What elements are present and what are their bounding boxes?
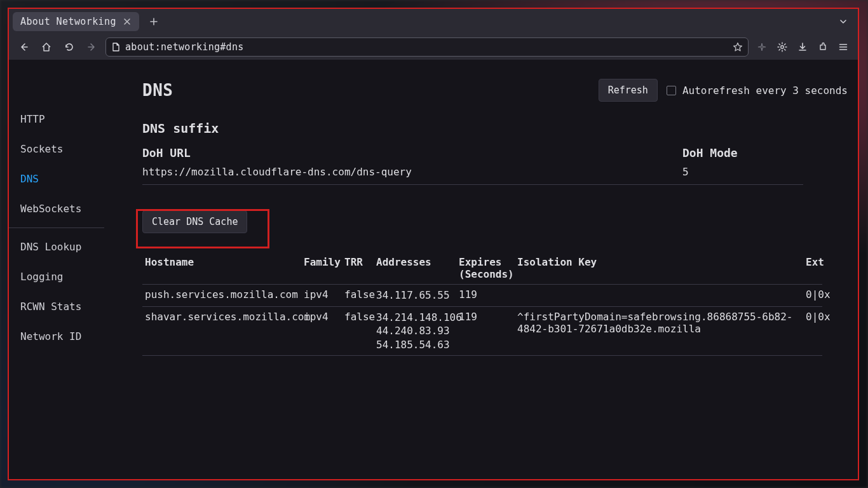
cell-addresses: 34.117.65.55	[374, 285, 456, 307]
forward-button[interactable]	[83, 37, 102, 57]
tab-strip: About Networking	[9, 9, 858, 34]
table-row: shavar.services.mozilla.com ipv4 false 3…	[142, 306, 822, 356]
sidebar-item-label: RCWN Stats	[20, 301, 81, 313]
url-text: about:networking#dns	[125, 41, 244, 53]
cell-ext: 0|0x	[803, 306, 822, 356]
cell-isolation	[515, 285, 803, 307]
annotation-highlight	[136, 209, 269, 248]
col-hostname: Hostname	[142, 252, 301, 285]
autorefresh-checkbox[interactable]: Autorefresh every 3 seconds	[667, 85, 848, 97]
plus-icon	[149, 17, 158, 26]
back-icon	[18, 42, 29, 52]
table-header-row: Hostname Family TRR Addresses Expires (S…	[142, 252, 822, 285]
extensions-button[interactable]	[813, 37, 832, 57]
table-row: push.services.mozilla.com ipv4 false 34.…	[142, 285, 822, 307]
sparkle-button[interactable]	[752, 37, 771, 57]
cell-hostname: push.services.mozilla.com	[142, 285, 301, 307]
cell-isolation: ^firstPartyDomain=safebrowsing.86868755-…	[515, 306, 803, 356]
new-tab-button[interactable]	[144, 12, 163, 31]
svg-point-0	[781, 46, 783, 48]
sidebar-item-label: Network ID	[20, 330, 81, 342]
star-icon	[733, 42, 743, 52]
cell-addresses: 34.214.148.106 44.240.83.93 54.185.54.63	[374, 306, 456, 356]
col-family: Family	[301, 252, 342, 285]
autorefresh-checkbox-input[interactable]	[667, 86, 676, 95]
cell-family: ipv4	[301, 306, 342, 356]
cell-hostname: shavar.services.mozilla.com	[142, 306, 301, 356]
refresh-button[interactable]: Refresh	[599, 79, 658, 102]
sidebar-item-rcwn-stats[interactable]: RCWN Stats	[9, 292, 117, 322]
sidebar-item-dns[interactable]: DNS	[9, 164, 117, 194]
cell-trr: false	[342, 306, 374, 356]
col-addresses: Addresses	[374, 252, 456, 285]
sidebar-item-dns-lookup[interactable]: DNS Lookup	[9, 232, 117, 262]
doh-url-value: https://mozilla.cloudflare-dns.com/dns-q…	[142, 166, 682, 178]
dns-table: Hostname Family TRR Addresses Expires (S…	[142, 252, 822, 356]
gear-icon	[777, 42, 787, 52]
col-isolation: Isolation Key	[515, 252, 803, 285]
bookmark-star-button[interactable]	[733, 42, 743, 52]
sidebar-item-label: HTTP	[20, 113, 45, 125]
sidebar-item-label: Logging	[20, 271, 63, 283]
cell-family: ipv4	[301, 285, 342, 307]
doh-info-row: DoH URL https://mozilla.cloudflare-dns.c…	[142, 146, 803, 185]
page-content: HTTP Sockets DNS WebSockets DNS Lookup L…	[9, 60, 858, 479]
cell-ext: 0|0x	[803, 285, 822, 307]
back-button[interactable]	[14, 37, 33, 57]
doh-mode-label: DoH Mode	[682, 146, 803, 159]
sidebar-item-http[interactable]: HTTP	[9, 104, 117, 134]
autorefresh-label: Autorefresh every 3 seconds	[682, 85, 848, 97]
nav-toolbar: about:networking#dns	[9, 34, 858, 60]
doh-url-label: DoH URL	[142, 146, 682, 159]
forward-icon	[87, 42, 97, 52]
sidebar: HTTP Sockets DNS WebSockets DNS Lookup L…	[9, 60, 117, 479]
sparkle-icon	[757, 42, 767, 52]
app-menu-button[interactable]	[834, 37, 853, 57]
page-title: DNS	[142, 81, 173, 100]
sidebar-item-label: DNS Lookup	[20, 241, 81, 253]
tab-title: About Networking	[20, 16, 116, 27]
dns-suffix-heading: DNS suffix	[142, 121, 858, 136]
download-icon	[797, 42, 808, 52]
col-trr: TRR	[342, 252, 374, 285]
home-icon	[41, 42, 51, 52]
chevron-down-icon	[839, 17, 848, 26]
home-button[interactable]	[37, 37, 56, 57]
sidebar-separator	[9, 227, 104, 228]
sidebar-item-label: DNS	[20, 173, 39, 185]
sidebar-item-logging[interactable]: Logging	[9, 262, 117, 292]
downloads-button[interactable]	[793, 37, 812, 57]
col-expires: Expires (Seconds)	[456, 252, 515, 285]
toolbar-right	[752, 37, 853, 57]
sidebar-item-websockets[interactable]: WebSockets	[9, 194, 117, 224]
menu-icon	[838, 42, 848, 52]
reload-icon	[64, 42, 74, 52]
main-panel: DNS Refresh Autorefresh every 3 seconds …	[117, 60, 858, 479]
sidebar-item-network-id[interactable]: Network ID	[9, 322, 117, 351]
url-bar[interactable]: about:networking#dns	[105, 37, 749, 57]
reload-button[interactable]	[60, 37, 79, 57]
cell-expires: 119	[456, 306, 515, 356]
sidebar-item-sockets[interactable]: Sockets	[9, 134, 117, 164]
page-icon	[111, 43, 120, 51]
browser-window: About Networking about:ne	[8, 8, 859, 480]
sidebar-item-label: WebSockets	[20, 203, 81, 215]
tab-about-networking[interactable]: About Networking	[13, 12, 139, 31]
settings-button[interactable]	[773, 37, 792, 57]
cell-trr: false	[342, 285, 374, 307]
close-icon[interactable]	[123, 17, 132, 26]
list-all-tabs-button[interactable]	[834, 12, 853, 31]
cell-expires: 119	[456, 285, 515, 307]
doh-mode-value: 5	[682, 166, 803, 178]
col-ext: Ext	[803, 252, 822, 285]
sidebar-item-label: Sockets	[20, 143, 63, 155]
extension-icon	[818, 42, 828, 52]
